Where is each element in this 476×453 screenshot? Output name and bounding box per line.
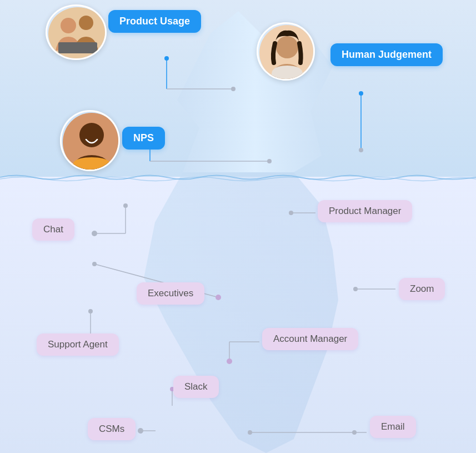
executives-label: Executives <box>137 282 204 305</box>
avatar-product-usage <box>46 4 107 60</box>
csms-label: CSMs <box>88 418 136 440</box>
avatar-human-judgement <box>257 22 315 81</box>
support-agent-label: Support Agent <box>37 333 119 356</box>
product-manager-label: Product Manager <box>318 200 412 222</box>
svg-point-36 <box>61 18 76 33</box>
svg-point-41 <box>276 36 298 58</box>
slack-label: Slack <box>173 376 219 398</box>
product-usage-label: Product Usage <box>108 10 201 33</box>
iceberg <box>99 0 377 453</box>
nps-label: NPS <box>122 127 165 150</box>
svg-point-44 <box>79 123 104 147</box>
svg-point-37 <box>79 16 93 30</box>
main-scene: Product Usage Human Judgement NPS Chat P… <box>0 0 476 453</box>
svg-rect-38 <box>58 42 97 53</box>
avatar-nps <box>60 110 120 171</box>
human-judgement-label: Human Judgement <box>330 43 443 66</box>
email-label: Email <box>370 416 416 438</box>
chat-label: Chat <box>32 218 74 241</box>
water-line <box>0 172 476 182</box>
zoom-label: Zoom <box>399 278 445 300</box>
account-manager-label: Account Manager <box>262 328 358 350</box>
